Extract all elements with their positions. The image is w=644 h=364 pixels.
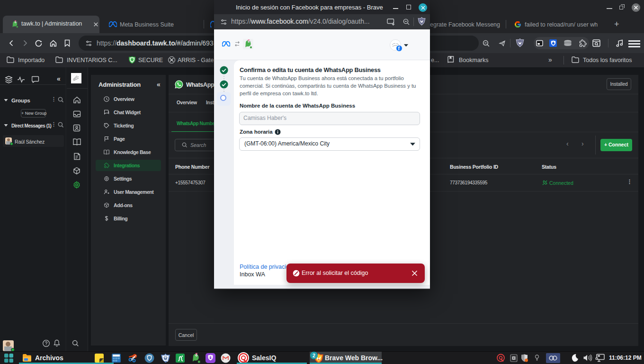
svg-text:MFA: MFA <box>165 360 169 362</box>
